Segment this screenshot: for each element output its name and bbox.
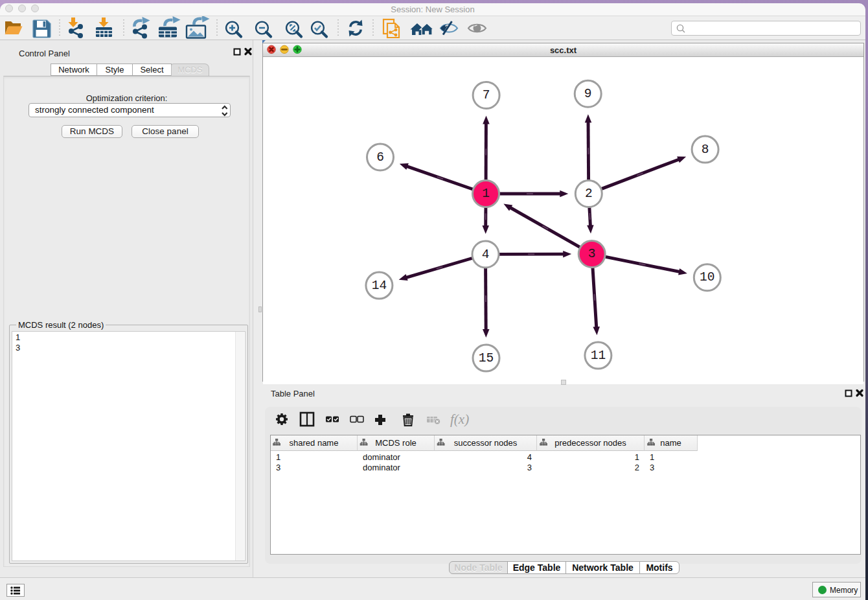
svg-text:7: 7 bbox=[483, 88, 490, 102]
svg-text:6: 6 bbox=[376, 150, 384, 165]
svg-text:11: 11 bbox=[591, 349, 606, 363]
svg-text:10: 10 bbox=[700, 270, 714, 284]
svg-text:4: 4 bbox=[482, 248, 490, 262]
svg-text:1: 1 bbox=[482, 187, 490, 201]
svg-text:2: 2 bbox=[585, 187, 593, 201]
svg-text:9: 9 bbox=[584, 87, 592, 101]
svg-text:3: 3 bbox=[588, 247, 596, 261]
svg-text:15: 15 bbox=[479, 351, 494, 365]
svg-text:8: 8 bbox=[702, 143, 709, 157]
svg-text:f(x): f(x) bbox=[450, 411, 469, 427]
svg-text:14: 14 bbox=[372, 279, 387, 293]
